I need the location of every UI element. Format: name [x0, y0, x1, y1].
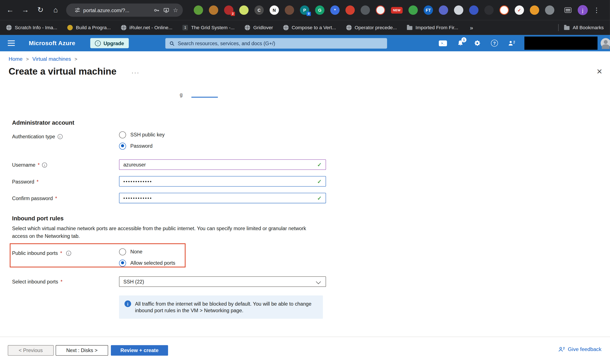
global-search-input[interactable]: Search resources, services, and docs (G+… — [165, 38, 387, 49]
azure-brand[interactable]: Microsoft Azure — [29, 40, 75, 47]
browser-profile-avatar[interactable]: j — [578, 5, 588, 15]
radio-ssh-public-key[interactable]: SSH public key — [119, 131, 165, 139]
bookmark-item[interactable]: Imported From Fir... — [407, 25, 458, 30]
cloud-shell-icon[interactable]: >_ — [439, 40, 447, 46]
ext-bars-icon[interactable] — [439, 6, 448, 15]
bookmark-item[interactable]: Gridlover — [245, 25, 273, 30]
bookmarks-overflow-icon[interactable]: » — [470, 24, 473, 31]
breadcrumb-virtual-machines-link[interactable]: Virtual machines — [32, 56, 71, 62]
bookmarks-bar: Scratch Info - Ima...Build a Progra...iR… — [0, 20, 610, 35]
select-inbound-ports-dropdown[interactable]: SSH (22) — [119, 276, 326, 287]
info-banner: All traffic from the internet will be bl… — [119, 295, 323, 319]
password-key-icon[interactable] — [154, 7, 159, 13]
bookmark-item[interactable]: Build a Progra... — [68, 25, 111, 30]
valid-check-icon: ✓ — [317, 195, 322, 201]
bookmark-item[interactable]: Compose to a Vert... — [283, 25, 336, 30]
ext-check-icon[interactable]: ✓ — [515, 6, 524, 15]
next-disks-button[interactable]: Next : Disks > — [56, 345, 108, 356]
bookmark-star-icon[interactable]: ☆ — [173, 7, 178, 14]
review-create-button[interactable]: Review + create — [111, 345, 168, 356]
ext-sheet-icon[interactable] — [239, 6, 249, 15]
ext-red-ring-icon[interactable] — [346, 6, 355, 15]
chevron-down-icon — [316, 279, 321, 284]
ext-box-icon[interactable] — [209, 6, 218, 15]
ext-leaf-icon[interactable] — [194, 6, 203, 15]
ext-new-badge-icon[interactable]: NEW — [391, 7, 403, 13]
info-icon[interactable] — [57, 134, 63, 139]
info-icon[interactable] — [42, 162, 47, 168]
bookmark-item[interactable]: Operator precede... — [346, 25, 397, 30]
ext-orange-grid-icon[interactable] — [530, 6, 539, 15]
install-icon[interactable] — [163, 7, 169, 13]
ext-shield-icon[interactable]: 2 — [224, 6, 233, 15]
site-settings-icon[interactable] — [75, 7, 80, 13]
extension-icons: 2CNP0G*NEWFT✓ — [194, 6, 554, 15]
account-avatar[interactable] — [601, 38, 610, 48]
give-feedback-link[interactable]: Give feedback — [558, 346, 601, 352]
notifications-button[interactable]: 1 — [457, 40, 464, 47]
confirm-password-input[interactable]: •••••••••••• ✓ — [119, 193, 326, 203]
ext-dark-mark-icon[interactable] — [484, 6, 494, 15]
ext-target-icon[interactable] — [376, 6, 385, 15]
all-bookmarks-button[interactable]: All Bookmarks — [564, 25, 604, 30]
address-bar[interactable]: portal.azure.com/?... ☆ — [66, 3, 183, 17]
page-title: Create a virtual machine — [9, 66, 116, 77]
previous-button[interactable]: < Previous — [8, 345, 54, 356]
ext-brown-icon[interactable] — [285, 6, 294, 15]
upgrade-button[interactable]: ↑ Upgrade — [90, 38, 129, 48]
password-input[interactable]: •••••••••••• ✓ — [119, 176, 326, 186]
redacted-account-info — [525, 37, 598, 50]
ext-grammarly-icon[interactable]: G — [315, 6, 325, 15]
help-icon[interactable]: ? — [491, 40, 498, 47]
forward-icon[interactable]: → — [20, 0, 30, 20]
breadcrumb-home-link[interactable]: Home — [9, 56, 23, 62]
ext-gear-dark-icon[interactable] — [361, 6, 370, 15]
screen: ← → ↻ ⌂ portal.azure.com/?... ☆ 2CNP0G*N… — [0, 0, 610, 364]
ext-orange-ring-icon[interactable] — [500, 6, 509, 15]
browser-menu-icon[interactable]: ⋮ — [593, 6, 600, 14]
ext-asterisk-icon[interactable]: * — [330, 6, 339, 15]
tab-panel-icon[interactable] — [564, 7, 571, 13]
username-input[interactable]: azureuser ✓ — [119, 159, 326, 170]
radio-unselected-icon — [119, 248, 126, 255]
feedback-icon[interactable] — [508, 40, 515, 46]
radio-none[interactable]: None — [119, 248, 175, 256]
bookmark-label: The Grid System -... — [191, 25, 235, 30]
valid-check-icon: ✓ — [317, 162, 322, 168]
feedback-person-icon — [558, 346, 565, 352]
title-context-menu-icon[interactable]: ··· — [131, 69, 139, 76]
hamburger-menu-icon[interactable] — [8, 43, 15, 44]
ext-puzzle-icon[interactable] — [545, 6, 554, 15]
close-icon[interactable]: × — [597, 67, 602, 76]
bookmark-item[interactable]: 1The Grid System -... — [183, 25, 235, 30]
username-label: Username * — [12, 162, 47, 168]
administrator-account-heading: Administrator account — [12, 119, 74, 126]
azure-header: Microsoft Azure ↑ Upgrade Search resourc… — [0, 35, 610, 51]
footer-divider — [0, 337, 610, 337]
radio-password[interactable]: Password — [119, 142, 165, 150]
ext-blue-square-icon[interactable] — [469, 6, 479, 15]
radio-allow-selected-ports[interactable]: Allow selected ports — [119, 259, 175, 267]
reload-icon[interactable]: ↻ — [35, 0, 45, 20]
banner-info-icon — [124, 300, 131, 307]
globe-icon — [245, 25, 250, 30]
settings-gear-icon[interactable] — [474, 40, 481, 47]
bookmark-label: Operator precede... — [355, 25, 397, 30]
ext-notebook-icon[interactable] — [454, 6, 463, 15]
info-icon[interactable] — [66, 251, 71, 256]
ext-c-icon[interactable]: C — [255, 6, 264, 15]
ext-notion-icon[interactable]: N — [270, 6, 279, 15]
ext-p-icon[interactable]: P0 — [300, 6, 309, 15]
public-inbound-ports-label: Public inbound ports * — [12, 250, 71, 256]
bookmark-item[interactable]: iRuler.net - Online... — [121, 25, 173, 30]
confirm-password-label: Confirm password * — [12, 195, 57, 201]
ext-bird-icon[interactable] — [408, 6, 418, 15]
back-icon[interactable]: ← — [5, 0, 15, 20]
divider — [558, 24, 559, 31]
ext-ft-icon[interactable]: FT — [424, 6, 433, 15]
bookmark-item[interactable]: Scratch Info - Ima... — [6, 25, 57, 30]
banner-text: All traffic from the internet will be bl… — [135, 300, 312, 314]
bookmark-label: Compose to a Vert... — [292, 25, 336, 30]
radio-selected-icon — [119, 259, 126, 266]
home-icon[interactable]: ⌂ — [51, 0, 61, 20]
